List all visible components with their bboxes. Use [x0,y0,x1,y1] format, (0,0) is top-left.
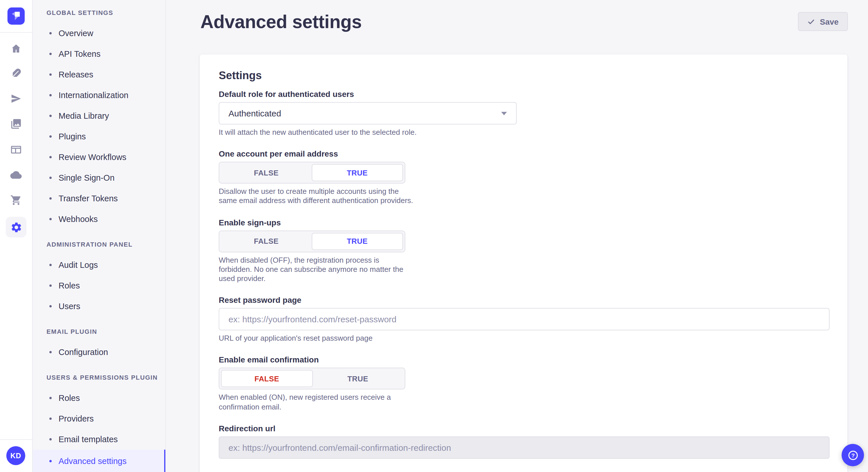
sidebar-icon-builder[interactable] [0,90,32,108]
bullet-icon [50,438,52,440]
bullet-icon [50,94,52,96]
strapi-admin-window: KD GLOBAL SETTINGS Overview API Tokens R… [0,0,868,472]
sidebar-icon-settings[interactable] [0,217,32,237]
enable-signups-toggle: FALSE TRUE [219,230,405,252]
bullet-icon [50,351,52,353]
settings-subnav: GLOBAL SETTINGS Overview API Tokens Rele… [32,0,166,472]
sidebar-icon-content[interactable] [0,64,32,82]
home-icon [10,43,22,55]
reset-password-input[interactable] [219,308,830,330]
svg-text:?: ? [851,452,855,458]
subnav-item-email-configuration[interactable]: Configuration [32,342,165,363]
one-account-toggle-true[interactable]: TRUE [311,164,403,181]
reset-password-label: Reset password page [219,295,830,305]
user-avatar[interactable]: KD [6,446,25,465]
redirection-url-input [219,436,830,459]
enable-signups-toggle-false[interactable]: FALSE [221,233,311,250]
bullet-icon [50,264,52,266]
settings-section-title: Settings [219,70,830,81]
sidebar-icon-marketplace[interactable] [0,191,32,209]
subnav-item-up-providers[interactable]: Providers [32,408,165,429]
subnav-item-plugins[interactable]: Plugins [32,126,165,147]
layout-icon [10,144,22,156]
chevron-down-icon [501,111,507,115]
cloud-icon [10,169,22,181]
shopping-cart-icon [10,194,22,206]
divider [0,32,32,33]
redirection-url-label: Redirection url [219,424,830,434]
subnav-item-api-tokens[interactable]: API Tokens [32,43,165,64]
reset-password-hint: URL of your application's reset password… [219,334,830,343]
check-icon [807,18,815,26]
subnav-item-up-roles[interactable]: Roles [32,388,165,408]
question-mark-icon: ? [846,449,859,461]
divider [0,439,32,440]
settings-gear-icon [6,217,26,237]
email-confirmation-toggle: FALSE TRUE [219,368,405,390]
email-confirmation-toggle-false[interactable]: FALSE [221,370,313,387]
field-reset-password: Reset password page URL of your applicat… [219,295,830,343]
default-role-value: Authenticated [228,108,501,118]
default-role-label: Default role for authenticated users [219,90,830,99]
bullet-icon [50,305,52,307]
sidebar-icon-media[interactable] [0,115,32,133]
bullet-icon [50,115,52,117]
one-account-hint: Disallow the user to create multiple acc… [219,187,414,206]
bullet-icon [50,284,52,287]
subnav-item-up-email-templates[interactable]: Email templates [32,429,165,450]
subnav-item-review-workflows[interactable]: Review Workflows [32,147,165,167]
avatar-initials: KD [10,452,21,460]
bullet-icon [50,397,52,399]
enable-signups-toggle-true[interactable]: TRUE [311,233,403,250]
enable-signups-label: Enable sign-ups [219,217,830,227]
bullet-icon [50,417,52,420]
bullet-icon [50,32,52,34]
subnav-section-email-plugin: EMAIL PLUGIN [32,321,165,342]
subnav-section-users-permissions-plugin: USERS & PERMISSIONS PLUGIN [32,367,165,388]
sidebar-icon-home[interactable] [0,40,32,58]
bullet-icon [50,53,52,55]
paper-plane-icon [10,93,22,104]
field-one-account: One account per email address FALSE TRUE… [219,149,830,206]
strapi-logo-mark [7,7,25,25]
bullet-icon [50,73,52,76]
subnav-item-single-sign-on[interactable]: Single Sign-On [32,167,165,188]
one-account-toggle: FALSE TRUE [219,162,405,183]
bullet-icon [50,197,52,200]
feather-icon [10,68,22,79]
subnav-item-up-advanced-settings[interactable]: Advanced settings [32,450,165,472]
email-confirmation-toggle-true[interactable]: TRUE [313,370,403,387]
email-confirmation-label: Enable email confirmation [219,355,830,365]
subnav-item-media-library[interactable]: Media Library [32,105,165,126]
subnav-item-transfer-tokens[interactable]: Transfer Tokens [32,188,165,209]
subnav-item-audit-logs[interactable]: Audit Logs [32,255,165,275]
subnav-item-webhooks[interactable]: Webhooks [32,209,165,229]
main-icon-nav: KD [0,0,33,472]
settings-card: Settings Default role for authenticated … [200,55,847,472]
subnav-item-internationalization[interactable]: Internationalization [32,85,165,105]
enable-signups-hint: When disabled (OFF), the registration pr… [219,256,414,283]
field-email-confirmation: Enable email confirmation FALSE TRUE Whe… [219,355,830,412]
help-button[interactable]: ? [842,444,864,466]
page-title: Advanced settings [200,11,362,33]
default-role-select[interactable]: Authenticated [219,102,517,125]
subnav-item-admin-roles[interactable]: Roles [32,275,165,296]
field-default-role: Default role for authenticated users Aut… [219,90,830,137]
bullet-icon [50,135,52,138]
one-account-toggle-false[interactable]: FALSE [221,164,311,181]
save-button[interactable]: Save [798,12,848,31]
field-enable-signups: Enable sign-ups FALSE TRUE When disabled… [219,217,830,283]
subnav-item-releases[interactable]: Releases [32,64,165,85]
subnav-section-administration-panel: ADMINISTRATION PANEL [32,234,165,255]
subnav-item-overview[interactable]: Overview [32,23,165,43]
sidebar-icon-layout[interactable] [0,140,32,159]
strapi-logo[interactable] [7,7,25,25]
bullet-icon [50,156,52,158]
subnav-item-admin-users[interactable]: Users [32,296,165,316]
one-account-label: One account per email address [219,149,830,159]
sidebar-icon-deploy[interactable] [0,166,32,184]
save-button-label: Save [820,17,838,26]
subnav-section-global-settings: GLOBAL SETTINGS [32,2,165,23]
media-library-icon [10,118,22,130]
bullet-icon [50,177,52,179]
